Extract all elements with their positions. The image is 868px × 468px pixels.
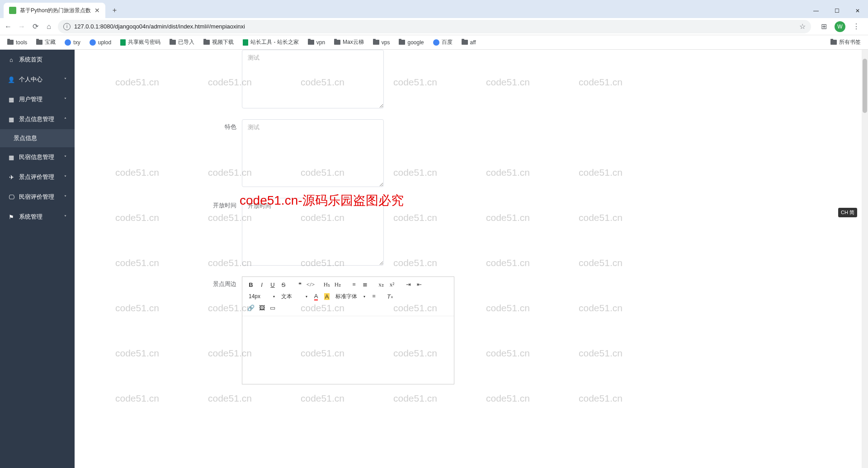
- chevron-icon: ˅: [64, 77, 66, 82]
- h1-button[interactable]: H₁: [322, 280, 332, 290]
- video-button[interactable]: ▭: [268, 303, 278, 313]
- outdent-button[interactable]: ⇤: [414, 280, 424, 290]
- bookmark-item[interactable]: Max云梯: [330, 37, 368, 48]
- ul-button[interactable]: ≣: [360, 280, 370, 290]
- folder-icon: [399, 40, 405, 45]
- bookmark-item[interactable]: vpn: [304, 37, 329, 47]
- new-tab-button[interactable]: +: [108, 4, 121, 17]
- scrollbar-thumb[interactable]: [863, 59, 867, 113]
- h2-button[interactable]: H₂: [333, 280, 343, 290]
- nav-back-icon[interactable]: ←: [4, 22, 13, 31]
- bookmark-item[interactable]: 已导入: [166, 37, 198, 48]
- sidebar-item-1[interactable]: 👤个人中心˅: [0, 70, 75, 89]
- sidebar-item-0[interactable]: ⌂系统首页: [0, 50, 75, 70]
- bookmark-item[interactable]: uplod: [86, 37, 115, 47]
- sidebar-item-4[interactable]: ▦民宿信息管理˅: [0, 147, 75, 167]
- nav-reload-icon[interactable]: ⟳: [31, 22, 40, 31]
- bookmark-star-icon[interactable]: ☆: [799, 22, 806, 31]
- menu-label: 系统首页: [19, 56, 42, 64]
- quote-button[interactable]: ❝: [295, 280, 305, 290]
- bookmark-label: tools: [16, 39, 27, 46]
- doc-icon: [243, 39, 248, 46]
- bookmark-label: google: [407, 39, 424, 46]
- bookmark-label: 已导入: [178, 38, 194, 46]
- window-close-button[interactable]: ✕: [847, 4, 868, 18]
- nav-home-icon[interactable]: ⌂: [44, 22, 53, 31]
- chevron-icon: ˅: [64, 175, 66, 180]
- sidebar-subitem[interactable]: 景点信息: [0, 129, 75, 147]
- editor-toolbar: B I U S ❝ </> H₁ H₂ ≡ ≣: [242, 277, 454, 316]
- folder-icon: [203, 40, 210, 45]
- menu-label: 个人中心: [19, 75, 42, 84]
- bookmark-label: 站长工具 - 站长之家: [250, 38, 299, 46]
- desc-textarea[interactable]: [242, 50, 384, 108]
- editor-content[interactable]: [242, 316, 454, 384]
- field-label-surround: 景点周边: [75, 276, 242, 384]
- bookmark-item[interactable]: 视频下载: [200, 37, 237, 48]
- folder-icon: [308, 40, 314, 45]
- sidebar-item-3[interactable]: ▦景点信息管理˄: [0, 109, 75, 129]
- align-button[interactable]: ≡: [369, 291, 379, 301]
- bookmark-label: 视频下载: [212, 38, 234, 46]
- fontfamily-select[interactable]: 标准字体▾: [333, 293, 368, 300]
- menu-label: 用户管理: [19, 95, 42, 103]
- folder-icon: [373, 40, 379, 45]
- profile-avatar[interactable]: W: [835, 21, 845, 32]
- bookmark-label: vpn: [316, 39, 325, 46]
- code-button[interactable]: </>: [306, 280, 316, 290]
- address-bar: ← → ⟳ ⌂ i 127.0.0.1:8080/djangoqo04n/adm…: [0, 18, 868, 35]
- subscript-button[interactable]: x₂: [376, 280, 386, 290]
- italic-button[interactable]: I: [257, 280, 267, 290]
- strike-button[interactable]: S: [278, 280, 288, 290]
- all-bookmarks-button[interactable]: 所有书签: [827, 37, 864, 48]
- bookmark-item[interactable]: txy: [61, 37, 84, 47]
- image-button[interactable]: 🖼: [257, 303, 267, 313]
- menu-icon[interactable]: ⋮: [852, 22, 861, 31]
- circle-icon: [433, 39, 439, 46]
- bookmark-item[interactable]: vps: [369, 37, 394, 47]
- browser-tab[interactable]: 基于Python的热门旅游景点数 ✕: [4, 3, 105, 18]
- bgcolor-button[interactable]: A: [322, 291, 332, 301]
- all-bookmarks-label: 所有书签: [839, 38, 861, 46]
- ol-button[interactable]: ≡: [349, 280, 359, 290]
- field-label-feature: 特色: [75, 119, 242, 187]
- tab-close-icon[interactable]: ✕: [94, 7, 100, 14]
- clearformat-button[interactable]: Tₓ: [385, 291, 395, 301]
- sidebar-item-5[interactable]: ✈景点评价管理˅: [0, 167, 75, 187]
- textcolor-button[interactable]: A: [311, 291, 321, 301]
- url-input[interactable]: i 127.0.0.1:8080/djangoqo04n/admin/dist/…: [58, 20, 811, 33]
- window-maximize-button[interactable]: ☐: [826, 4, 847, 18]
- indent-button[interactable]: ⇥: [403, 280, 413, 290]
- underline-button[interactable]: U: [268, 280, 278, 290]
- opentime-textarea[interactable]: [242, 198, 384, 266]
- bookmark-item[interactable]: 百度: [429, 37, 456, 48]
- nav-forward-icon[interactable]: →: [17, 22, 26, 31]
- sidebar-item-2[interactable]: ▦用户管理˅: [0, 89, 75, 109]
- bookmarks-bar: tools宝藏txyuplod共享账号密码已导入视频下载站长工具 - 站长之家v…: [0, 35, 868, 50]
- bookmark-item[interactable]: google: [395, 37, 427, 47]
- blocktype-select[interactable]: 文本▾: [278, 293, 310, 300]
- content-area: code51.cncode51.cncode51.cncode51.cncode…: [75, 50, 868, 468]
- bookmark-item[interactable]: 站长工具 - 站长之家: [239, 37, 302, 48]
- scrollbar-track[interactable]: [862, 50, 868, 468]
- bold-button[interactable]: B: [246, 280, 256, 290]
- tab-title: 基于Python的热门旅游景点数: [20, 7, 91, 14]
- bookmark-item[interactable]: aff: [458, 37, 480, 47]
- extensions-icon[interactable]: ⊞: [819, 22, 828, 31]
- site-info-icon[interactable]: i: [63, 23, 71, 30]
- link-button[interactable]: 🔗: [246, 303, 256, 313]
- sidebar-item-7[interactable]: ⚑系统管理˅: [0, 207, 75, 227]
- feature-textarea[interactable]: [242, 119, 384, 187]
- menu-label: 民宿评价管理: [19, 193, 54, 201]
- ime-badge[interactable]: CH 简: [838, 208, 857, 217]
- window-minimize-button[interactable]: —: [806, 4, 826, 18]
- fontsize-select[interactable]: 14px▾: [246, 293, 278, 300]
- bookmark-label: uplod: [98, 39, 111, 46]
- bookmark-item[interactable]: tools: [4, 37, 31, 47]
- sidebar-item-6[interactable]: 🖵民宿评价管理˅: [0, 187, 75, 207]
- superscript-button[interactable]: x²: [387, 280, 397, 290]
- bookmark-item[interactable]: 宝藏: [33, 37, 59, 48]
- folder-icon: [462, 40, 468, 45]
- bookmark-item[interactable]: 共享账号密码: [117, 37, 164, 48]
- menu-icon: ▦: [8, 116, 14, 122]
